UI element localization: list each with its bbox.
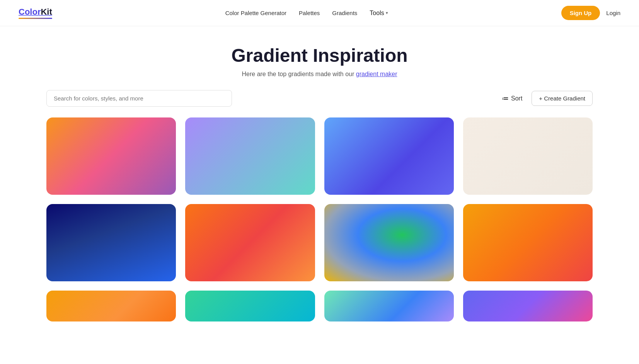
nav-color-palette[interactable]: Color Palette Generator [225, 10, 286, 16]
logo-kit: Kit [41, 7, 52, 17]
nav-actions: Sign Up Login [561, 6, 620, 20]
login-button[interactable]: Login [606, 10, 620, 16]
logo[interactable]: ColorKit [19, 7, 52, 19]
nav-tools[interactable]: Tools ▾ [370, 10, 388, 17]
gradient-card[interactable] [185, 291, 315, 321]
sort-button[interactable]: ≔ Sort [497, 91, 527, 106]
nav-gradients[interactable]: Gradients [332, 10, 357, 16]
toolbar-right: ≔ Sort + Create Gradient [497, 91, 593, 106]
search-input[interactable] [46, 90, 232, 107]
gradient-card[interactable] [46, 291, 176, 321]
gradient-card[interactable] [46, 117, 176, 195]
signup-button[interactable]: Sign Up [561, 6, 600, 20]
gradient-card[interactable] [324, 291, 454, 321]
chevron-down-icon: ▾ [386, 10, 388, 15]
gradient-grid [0, 117, 639, 337]
gradient-card[interactable] [463, 204, 593, 281]
nav-palettes[interactable]: Palettes [299, 10, 320, 16]
create-gradient-button[interactable]: + Create Gradient [532, 91, 593, 106]
gradient-card[interactable] [46, 204, 176, 281]
gradient-card[interactable] [324, 117, 454, 195]
main-nav: Color Palette Generator Palettes Gradien… [225, 10, 388, 17]
header: ColorKit Color Palette Generator Palette… [0, 0, 639, 26]
gradient-card[interactable] [185, 117, 315, 195]
gradient-card[interactable] [463, 291, 593, 321]
logo-color: Color [19, 7, 41, 17]
toolbar: ≔ Sort + Create Gradient [0, 90, 639, 107]
hero-subtitle: Here are the top gradients made with our… [19, 71, 620, 78]
gradient-maker-link[interactable]: gradient maker [356, 71, 397, 77]
hero-title: Gradient Inspiration [19, 45, 620, 66]
gradient-card[interactable] [463, 117, 593, 195]
gradient-card[interactable] [185, 204, 315, 281]
sort-icon: ≔ [502, 94, 509, 103]
hero-section: Gradient Inspiration Here are the top gr… [0, 26, 639, 90]
gradient-card[interactable] [324, 204, 454, 281]
